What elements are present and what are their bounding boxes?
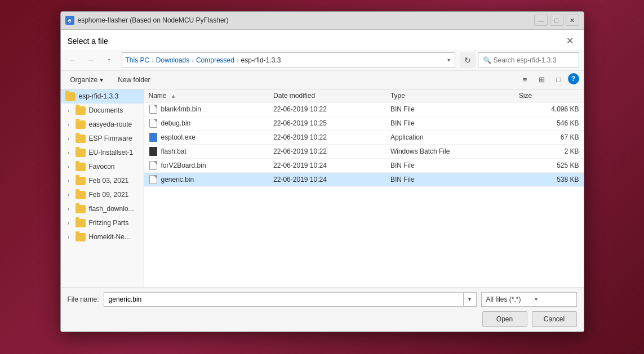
sidebar-item-homekit[interactable]: › Homekit-Ne... (61, 230, 144, 244)
file-icon (149, 133, 158, 142)
refresh-button[interactable]: ↻ (460, 52, 476, 68)
file-name: debug.bin (161, 119, 191, 127)
file-date: 22-06-2019 10:22 (269, 130, 386, 144)
file-list-container: Name ▲ Date modified Type (144, 89, 584, 287)
sidebar-item-label: ESP Firmware (89, 135, 132, 142)
sidebar-item-label: Feb 09, 2021 (89, 191, 129, 199)
sidebar-item-feb03[interactable]: › Feb 03, 2021 (61, 174, 144, 188)
file-name-input-wrap: ▾ (104, 292, 477, 307)
search-input[interactable] (494, 56, 574, 64)
sidebar-item-esp-rfid[interactable]: esp-rfid-1.3.3 (61, 89, 144, 104)
maximize-button[interactable]: □ (550, 15, 563, 26)
file-table: Name ▲ Date modified Type (144, 89, 584, 187)
table-row[interactable]: generic.bin 22-06-2019 10:24 BIN File 53… (144, 172, 584, 186)
file-date: 22-06-2019 10:22 (269, 144, 386, 158)
col-date[interactable]: Date modified (269, 89, 386, 102)
table-row[interactable]: esptool.exe 22-06-2019 10:22 Application… (144, 130, 584, 144)
file-name-row: File name: ▾ All files (*.*) ▾ (68, 292, 577, 307)
sidebar-item-favocon[interactable]: › Favocon (61, 160, 144, 174)
bottom-bar: File name: ▾ All files (*.*) ▾ Open Canc… (61, 287, 584, 331)
search-icon: 🔍 (483, 56, 491, 64)
help-button[interactable]: ? (568, 73, 579, 84)
bin-icon (149, 105, 157, 114)
bin-icon (149, 161, 157, 170)
window-close-button[interactable]: ✕ (566, 15, 579, 26)
sidebar-item-documents[interactable]: › Documents (61, 104, 144, 118)
bin-icon (149, 119, 157, 128)
file-name: flash.bat (161, 147, 186, 155)
file-type-arrow: ▾ (535, 296, 538, 302)
sidebar-item-feb09[interactable]: › Feb 09, 2021 (61, 188, 144, 202)
dialog: Select a file ✕ ← → ↑ This PC › Download… (61, 30, 584, 331)
view-grid-button[interactable]: □ (551, 73, 567, 87)
file-type-select[interactable]: All files (*.*) ▾ (481, 292, 577, 307)
file-name-input[interactable] (104, 292, 463, 307)
table-row[interactable]: forV2Board.bin 22-06-2019 10:24 BIN File… (144, 158, 584, 172)
open-button[interactable]: Open (482, 311, 527, 327)
file-size: 2 KB (514, 144, 584, 158)
file-date: 22-06-2019 10:25 (269, 116, 386, 130)
file-name-dropdown[interactable]: ▾ (463, 292, 477, 307)
address-bar: This PC › Downloads › Compressed › esp-r… (122, 52, 455, 68)
folder-icon (75, 233, 86, 241)
search-box[interactable]: 🔍 (478, 52, 579, 68)
sidebar-item-label: Fritzing Parts (89, 219, 129, 227)
app-icon: e (65, 16, 74, 25)
view-list-button[interactable]: ≡ (517, 73, 533, 87)
breadcrumb-this-pc[interactable]: This PC (126, 56, 150, 64)
file-name-label: File name: (68, 295, 99, 303)
folder-icon (75, 191, 86, 199)
bat-icon (149, 147, 157, 156)
file-list-area: Name ▲ Date modified Type (144, 89, 584, 287)
sidebar-item-esp-firmware[interactable]: › ESP Firmware (61, 132, 144, 146)
sidebar-item-fritzing[interactable]: › Fritzing Parts (61, 216, 144, 230)
file-type: BIN File (386, 102, 514, 116)
organize-button[interactable]: Organize ▾ (65, 73, 109, 87)
breadcrumb-compressed[interactable]: Compressed (196, 56, 234, 64)
dialog-title: Select a file (68, 37, 108, 46)
view-sort-button[interactable]: ⊞ (534, 73, 550, 87)
file-size: 525 KB (514, 158, 584, 172)
col-size[interactable]: Size (514, 89, 584, 102)
sidebar-item-label: Feb 03, 2021 (89, 177, 129, 185)
dialog-header: Select a file ✕ (61, 30, 584, 50)
back-button[interactable]: ← (65, 52, 81, 68)
breadcrumb-downloads[interactable]: Downloads (156, 56, 189, 64)
file-name: generic.bin (161, 176, 194, 183)
folder-icon (75, 120, 86, 129)
table-row[interactable]: blank4mb.bin 22-06-2019 10:22 BIN File 4… (144, 102, 584, 116)
minimize-button[interactable]: — (534, 15, 548, 26)
title-bar: e esphome-flasher (Based on NodeMCU PyFl… (61, 12, 584, 30)
cancel-button[interactable]: Cancel (532, 311, 577, 327)
breadcrumb-current: esp-rfid-1.3.3 (241, 56, 281, 64)
table-row[interactable]: flash.bat 22-06-2019 10:22 Windows Batch… (144, 144, 584, 158)
sidebar-item-label: Documents (89, 106, 123, 114)
address-dropdown[interactable]: ▾ (446, 56, 451, 64)
file-size: 538 KB (514, 172, 584, 186)
file-type: BIN File (386, 116, 514, 130)
sidebar-item-eu-installset[interactable]: › EU-Installset-1 (61, 146, 144, 160)
sidebar-item-label: Homekit-Ne... (89, 233, 130, 241)
col-name[interactable]: Name ▲ (144, 89, 269, 102)
new-folder-button[interactable]: New folder (113, 73, 155, 87)
forward-button[interactable]: → (83, 52, 99, 68)
file-icon (149, 105, 158, 114)
up-button[interactable]: ↑ (101, 52, 117, 68)
sidebar-item-flash-download[interactable]: › flash_downlo... (61, 202, 144, 216)
file-icon (149, 175, 158, 184)
file-name: forV2Board.bin (161, 162, 206, 169)
folder-icon (75, 205, 86, 213)
table-row[interactable]: debug.bin 22-06-2019 10:25 BIN File 546 … (144, 116, 584, 130)
file-date: 22-06-2019 10:22 (269, 102, 386, 116)
sidebar-item-label: easyeda-route (89, 120, 132, 128)
dialog-close-button[interactable]: ✕ (563, 34, 577, 48)
col-type[interactable]: Type (386, 89, 514, 102)
folder-icon (75, 106, 86, 115)
file-size: 67 KB (514, 130, 584, 144)
main-area: esp-rfid-1.3.3 › Documents › easyeda-rou… (61, 89, 584, 287)
file-type: Application (386, 130, 514, 144)
sidebar-item-easyeda[interactable]: › easyeda-route (61, 118, 144, 132)
file-date: 22-06-2019 10:24 (269, 158, 386, 172)
folder-icon (65, 92, 75, 101)
sidebar-item-label: flash_downlo... (89, 205, 134, 213)
